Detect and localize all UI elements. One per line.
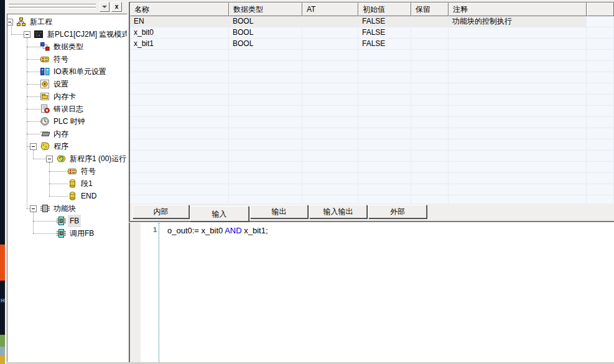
table-cell[interactable]: FALSE bbox=[358, 27, 411, 38]
table-cell[interactable] bbox=[411, 173, 449, 184]
table-cell[interactable] bbox=[449, 139, 587, 150]
table-cell[interactable] bbox=[449, 117, 587, 128]
table-row[interactable] bbox=[130, 83, 614, 95]
table-cell[interactable] bbox=[302, 61, 358, 72]
table-cell[interactable] bbox=[587, 27, 614, 38]
table-cell[interactable] bbox=[302, 184, 358, 195]
workspace-close-button[interactable]: x bbox=[111, 2, 122, 12]
table-cell[interactable] bbox=[130, 83, 229, 94]
table-cell[interactable]: BOOL bbox=[229, 16, 302, 27]
table-cell[interactable] bbox=[130, 117, 229, 128]
table-row[interactable]: ENBOOLFALSE功能块的控制执行 bbox=[130, 16, 614, 27]
table-cell[interactable] bbox=[587, 106, 614, 116]
table-cell[interactable] bbox=[229, 117, 302, 128]
column-header[interactable]: 保留 bbox=[411, 2, 449, 16]
table-cell[interactable] bbox=[411, 83, 449, 94]
table-row[interactable] bbox=[130, 151, 614, 162]
table-row[interactable] bbox=[130, 128, 614, 139]
tree-item-data-types[interactable]: 数据类型 bbox=[7, 40, 127, 53]
table-cell[interactable] bbox=[130, 195, 229, 203]
table-row[interactable] bbox=[130, 162, 614, 173]
tree-item-program-symbols[interactable]: 符号 bbox=[7, 165, 127, 177]
table-row[interactable] bbox=[130, 139, 614, 151]
tree-item-new-plc1[interactable]: 新PLC1[CJ2M] 监视模式 bbox=[7, 28, 127, 40]
tab-input-output[interactable]: 输入输出 bbox=[309, 205, 367, 218]
table-cell[interactable] bbox=[302, 173, 358, 184]
table-cell[interactable] bbox=[587, 72, 614, 83]
table-cell[interactable] bbox=[411, 128, 449, 139]
table-row[interactable]: x_bit0BOOLFALSE bbox=[130, 27, 614, 39]
workspace-dropdown-button[interactable] bbox=[100, 2, 109, 12]
table-cell[interactable] bbox=[411, 61, 449, 72]
table-cell[interactable] bbox=[449, 128, 587, 139]
table-cell[interactable] bbox=[449, 184, 587, 195]
table-cell[interactable] bbox=[130, 61, 229, 72]
table-cell[interactable] bbox=[302, 106, 358, 116]
table-cell[interactable] bbox=[411, 162, 449, 172]
table-cell[interactable] bbox=[449, 50, 587, 60]
table-cell[interactable] bbox=[302, 39, 358, 49]
st-code-editor[interactable]: 1o_out0:= x_bit0 AND x_bit1; bbox=[130, 223, 614, 362]
table-cell[interactable] bbox=[229, 72, 302, 83]
tree-collapse-box[interactable] bbox=[7, 19, 13, 26]
table-cell[interactable] bbox=[411, 106, 449, 116]
table-cell[interactable] bbox=[130, 128, 229, 139]
column-header[interactable]: 数据类型 bbox=[229, 2, 302, 16]
table-cell[interactable] bbox=[302, 83, 358, 94]
table-cell[interactable]: FALSE bbox=[358, 16, 411, 27]
table-cell[interactable] bbox=[587, 95, 614, 105]
table-cell[interactable] bbox=[229, 184, 302, 195]
table-cell[interactable] bbox=[411, 27, 449, 38]
column-header[interactable]: AT bbox=[302, 2, 358, 16]
table-cell[interactable] bbox=[302, 117, 358, 128]
tree-item-end[interactable]: END bbox=[7, 190, 127, 202]
table-cell[interactable] bbox=[411, 72, 449, 83]
table-cell[interactable] bbox=[130, 72, 229, 83]
table-cell[interactable] bbox=[358, 162, 411, 172]
table-cell[interactable] bbox=[411, 16, 449, 27]
table-cell[interactable] bbox=[411, 95, 449, 105]
table-cell[interactable] bbox=[130, 95, 229, 105]
table-cell[interactable]: BOOL bbox=[229, 39, 302, 49]
table-cell[interactable] bbox=[302, 128, 358, 139]
table-cell[interactable] bbox=[449, 83, 587, 94]
tree-item-section1[interactable]: 段1 bbox=[7, 177, 127, 190]
table-cell[interactable] bbox=[130, 106, 229, 116]
tree-collapse-box[interactable] bbox=[30, 205, 37, 212]
tree-item-symbols[interactable]: 符号 bbox=[7, 53, 127, 65]
code-line[interactable]: 1o_out0:= x_bit0 AND x_bit1; bbox=[130, 226, 614, 236]
table-cell[interactable] bbox=[449, 95, 587, 105]
table-cell[interactable] bbox=[130, 139, 229, 150]
table-cell[interactable] bbox=[358, 151, 411, 161]
tab-internal[interactable]: 内部 bbox=[133, 205, 189, 218]
tab-input[interactable]: 输入 bbox=[190, 206, 249, 222]
table-cell[interactable]: x_bit0 bbox=[130, 27, 229, 38]
table-cell[interactable] bbox=[358, 61, 411, 72]
table-cell[interactable] bbox=[587, 61, 614, 72]
table-cell[interactable] bbox=[229, 61, 302, 72]
tree-item-call-fb[interactable]: 调用FB bbox=[7, 227, 127, 240]
table-cell[interactable] bbox=[358, 128, 411, 139]
table-cell[interactable] bbox=[358, 139, 411, 150]
tree-collapse-box[interactable] bbox=[24, 31, 30, 38]
toolbar-grabber[interactable] bbox=[9, 7, 96, 9]
table-cell[interactable] bbox=[449, 61, 587, 72]
column-header[interactable] bbox=[587, 2, 614, 16]
table-cell[interactable] bbox=[411, 39, 449, 49]
table-cell[interactable] bbox=[449, 72, 587, 83]
table-cell[interactable] bbox=[302, 95, 358, 105]
tree-item-new-project[interactable]: 新工程 bbox=[7, 16, 127, 28]
table-cell[interactable] bbox=[587, 50, 614, 60]
tab-output[interactable]: 输出 bbox=[250, 205, 308, 218]
table-cell[interactable] bbox=[587, 128, 614, 139]
table-cell[interactable] bbox=[411, 195, 449, 203]
table-cell[interactable] bbox=[358, 117, 411, 128]
table-cell[interactable] bbox=[358, 95, 411, 105]
table-cell[interactable] bbox=[302, 139, 358, 150]
table-cell[interactable] bbox=[130, 173, 229, 184]
table-cell[interactable] bbox=[449, 39, 587, 49]
tree-item-settings[interactable]: 设置 bbox=[7, 78, 127, 90]
table-cell[interactable] bbox=[587, 151, 614, 161]
table-cell[interactable] bbox=[411, 139, 449, 150]
table-cell[interactable] bbox=[229, 95, 302, 105]
